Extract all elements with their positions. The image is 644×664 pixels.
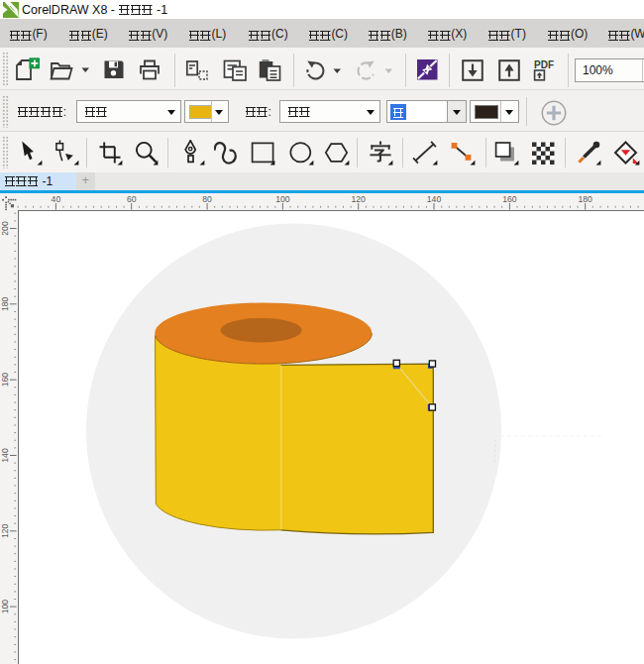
svg-text:40: 40 — [52, 193, 61, 203]
svg-text:200: 200 — [0, 221, 10, 236]
svg-text:140: 140 — [427, 193, 442, 203]
svg-text:80: 80 — [202, 193, 212, 203]
svg-text:100: 100 — [275, 193, 290, 203]
svg-text:PDF: PDF — [534, 59, 554, 70]
svg-text:180: 180 — [579, 193, 593, 203]
svg-text:60: 60 — [127, 193, 137, 203]
svg-text:160: 160 — [0, 373, 10, 387]
svg-text:140: 140 — [0, 448, 10, 463]
svg-text:120: 120 — [352, 193, 367, 203]
svg-text:160: 160 — [502, 193, 517, 203]
svg-text:120: 120 — [0, 523, 10, 538]
svg-text:180: 180 — [0, 296, 10, 311]
svg-text:100: 100 — [0, 600, 10, 614]
